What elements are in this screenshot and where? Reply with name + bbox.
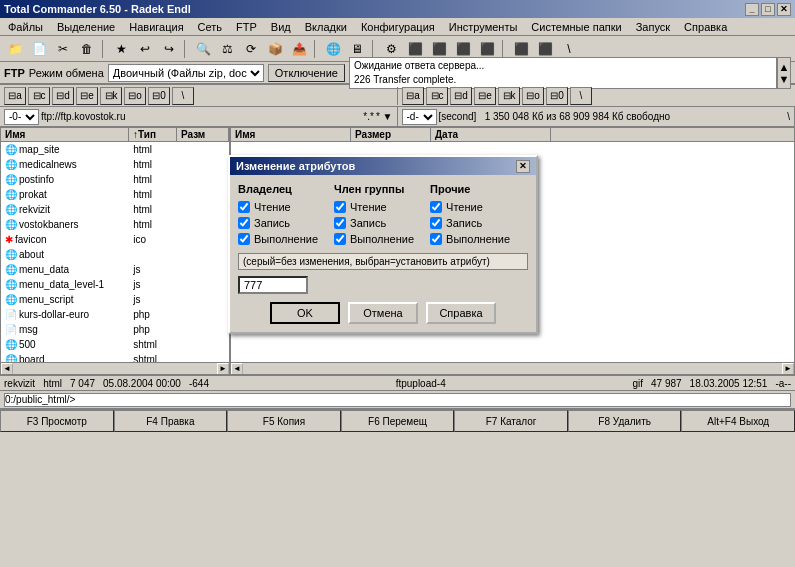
owner-exec-checkbox[interactable] — [238, 233, 250, 245]
tb-separator-5 — [502, 40, 506, 58]
tb-find[interactable]: 🔍 — [192, 38, 214, 60]
tb-move[interactable]: ✂ — [52, 38, 74, 60]
group-write-label: Запись — [350, 217, 386, 229]
owner-exec-row: Выполнение — [238, 233, 318, 245]
menu-system-folders[interactable]: Системные папки — [525, 20, 627, 34]
tb-pack[interactable]: 📦 — [264, 38, 286, 60]
status-left-attr: -644 — [189, 378, 209, 389]
close-button[interactable]: ✕ — [777, 3, 791, 16]
right-drive-e[interactable]: ⊟e — [474, 87, 496, 105]
octal-input-row — [238, 276, 528, 294]
status-left-date: 05.08.2004 00:00 — [103, 378, 181, 389]
tb-ftp[interactable]: 🌐 — [322, 38, 344, 60]
menu-files[interactable]: Файлы — [2, 20, 49, 34]
f8-delete-button[interactable]: F8 Удалить — [568, 410, 682, 432]
right-drive-d[interactable]: ⊟d — [450, 87, 472, 105]
status-right-size: 47 987 — [651, 378, 682, 389]
tb-separator-2 — [184, 40, 188, 58]
right-drive-0[interactable]: ⊟0 — [546, 87, 568, 105]
left-drive-select[interactable]: -0- — [4, 109, 39, 125]
right-drive-select[interactable]: -d- — [402, 109, 437, 125]
permission-hint: (серый=без изменения, выбран=установить … — [238, 253, 528, 270]
menu-config[interactable]: Конфигурация — [355, 20, 441, 34]
menu-select[interactable]: Выделение — [51, 20, 121, 34]
ok-button[interactable]: OK — [270, 302, 340, 324]
right-drive-bslash[interactable]: \ — [570, 87, 592, 105]
ftp-status-box: Ожидание ответа сервера... 226 Transfer … — [349, 57, 777, 89]
owner-write-label: Запись — [254, 217, 290, 229]
status-right-attr: -a-- — [775, 378, 791, 389]
group-exec-checkbox[interactable] — [334, 233, 346, 245]
right-drive-k[interactable]: ⊟k — [498, 87, 520, 105]
owner-write-checkbox[interactable] — [238, 217, 250, 229]
left-path-bar: -0- ftp://ftp.kovostok.ru *.* * ▼ — [0, 107, 398, 126]
menu-tools[interactable]: Инструменты — [443, 20, 524, 34]
owner-label: Владелец — [238, 183, 318, 195]
ftp-mode-select[interactable]: Двоичный (Файлы zip, doc — [108, 64, 264, 82]
f3-view-button[interactable]: F3 Просмотр — [0, 410, 114, 432]
ftp-disconnect-button[interactable]: Отключение — [268, 64, 345, 82]
left-drive-0[interactable]: ⊟0 — [148, 87, 170, 105]
title-bar: Total Commander 6.50 - Radek Endl _ □ ✕ — [0, 0, 795, 18]
others-write-label: Запись — [446, 217, 482, 229]
tb-delete[interactable]: 🗑 — [76, 38, 98, 60]
menu-tabs[interactable]: Вкладки — [299, 20, 353, 34]
cancel-button[interactable]: Отмена — [348, 302, 418, 324]
others-read-checkbox[interactable] — [430, 201, 442, 213]
f6-move-button[interactable]: F6 Перемещ — [341, 410, 455, 432]
menu-launch[interactable]: Запуск — [630, 20, 676, 34]
permissions-grid: Владелец Чтение Запись Выполнение — [238, 183, 528, 245]
menu-ftp[interactable]: FTP — [230, 20, 263, 34]
group-permissions: Член группы Чтение Запись Выполнение — [334, 183, 414, 245]
menu-navigate[interactable]: Навигация — [123, 20, 189, 34]
status-left-type: html — [43, 378, 62, 389]
left-drive-a[interactable]: ⊟a — [4, 87, 26, 105]
tb-sync[interactable]: ⟳ — [240, 38, 262, 60]
minimize-button[interactable]: _ — [745, 3, 759, 16]
group-read-checkbox[interactable] — [334, 201, 346, 213]
f5-copy-button[interactable]: F5 Копия — [227, 410, 341, 432]
ftp-mode-label: Режим обмена — [29, 67, 104, 79]
current-path-bar — [0, 391, 795, 409]
left-drive-bslash[interactable]: \ — [172, 87, 194, 105]
tb-new-folder[interactable]: 📁 — [4, 38, 26, 60]
altf4-exit-button[interactable]: Alt+F4 Выход — [681, 410, 795, 432]
app-title: Total Commander 6.50 - Radek Endl — [4, 3, 191, 15]
f4-edit-button[interactable]: F4 Правка — [114, 410, 228, 432]
tb-compare[interactable]: ⚖ — [216, 38, 238, 60]
owner-exec-label: Выполнение — [254, 233, 318, 245]
others-exec-checkbox[interactable] — [430, 233, 442, 245]
tb-copy[interactable]: 📄 — [28, 38, 50, 60]
menu-help[interactable]: Справка — [678, 20, 733, 34]
octal-permissions-input[interactable] — [238, 276, 308, 294]
f7-mkdir-button[interactable]: F7 Каталог — [454, 410, 568, 432]
menu-view[interactable]: Вид — [265, 20, 297, 34]
group-write-checkbox[interactable] — [334, 217, 346, 229]
maximize-button[interactable]: □ — [761, 3, 775, 16]
left-drive-o[interactable]: ⊟o — [124, 87, 146, 105]
owner-read-checkbox[interactable] — [238, 201, 250, 213]
left-drive-bar: ⊟a ⊟c ⊟d ⊟e ⊟k ⊟o ⊟0 \ — [4, 87, 393, 105]
right-drive-o[interactable]: ⊟o — [522, 87, 544, 105]
current-path-input[interactable] — [4, 393, 791, 407]
others-read-label: Чтение — [446, 201, 483, 213]
others-write-checkbox[interactable] — [430, 217, 442, 229]
left-drive-k[interactable]: ⊟k — [100, 87, 122, 105]
owner-read-label: Чтение — [254, 201, 291, 213]
ftp-status-scrollbar[interactable]: ▲▼ — [777, 57, 791, 89]
left-drive-d[interactable]: ⊟d — [52, 87, 74, 105]
help-button[interactable]: Справка — [426, 302, 496, 324]
others-exec-label: Выполнение — [446, 233, 510, 245]
tb-rename[interactable]: ★ — [110, 38, 132, 60]
modal-overlay: Изменение атрибутов ✕ Владелец Чтение — [0, 127, 795, 375]
tb-view[interactable]: ↩ — [134, 38, 156, 60]
tb-edit[interactable]: ↪ — [158, 38, 180, 60]
dialog-close-button[interactable]: ✕ — [516, 160, 530, 173]
left-drive-c[interactable]: ⊟c — [28, 87, 50, 105]
right-drive-c[interactable]: ⊟c — [426, 87, 448, 105]
status-right-date: 18.03.2005 12:51 — [690, 378, 768, 389]
tb-unpack[interactable]: 📤 — [288, 38, 310, 60]
left-drive-e[interactable]: ⊟e — [76, 87, 98, 105]
right-drive-a[interactable]: ⊟a — [402, 87, 424, 105]
menu-net[interactable]: Сеть — [192, 20, 228, 34]
